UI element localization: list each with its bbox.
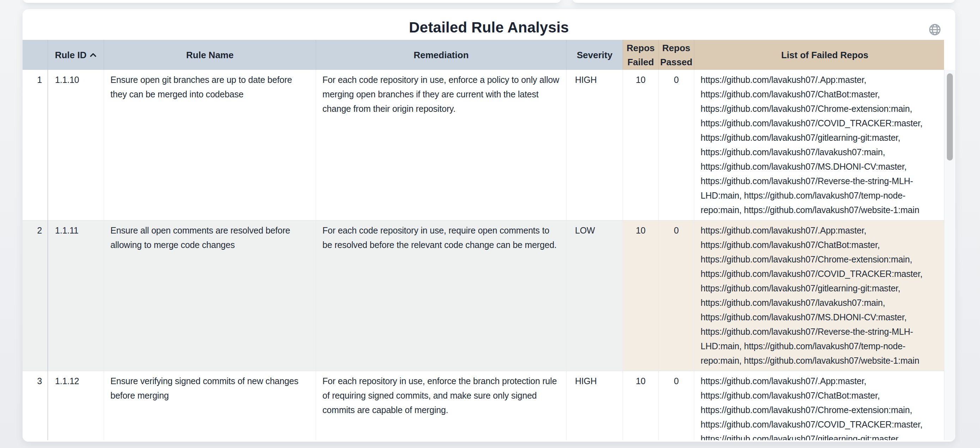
table-header-row: Rule ID Rule Name Remediation Severity R… — [22, 40, 955, 70]
header-remediation[interactable]: Remediation — [316, 40, 566, 70]
failed-repos-cell: https://github.com/lavakush07/.App:maste… — [694, 70, 955, 220]
table-scrollbar-thumb[interactable] — [947, 73, 953, 160]
repos-passed-cell: 0 — [658, 220, 694, 371]
globe-icon[interactable] — [928, 22, 942, 37]
detailed-rule-analysis-card: Detailed Rule Analysis Rule ID Rule Name — [22, 9, 955, 442]
partial-card-above-right — [572, 0, 955, 3]
rule-id-cell: 1.1.11 — [48, 220, 104, 371]
repos-failed-cell: 10 — [623, 371, 658, 440]
partial-card-above-left — [22, 0, 561, 3]
repos-failed-cell: 10 — [623, 220, 658, 371]
rule-name-cell: Ensure open git branches are up to date … — [104, 70, 316, 220]
table-row-3: 3 1.1.12 Ensure verifying signed commits… — [22, 371, 955, 440]
header-rule-name[interactable]: Rule Name — [104, 40, 316, 70]
remediation-cell: For each repository in use, enforce the … — [316, 371, 566, 440]
repos-passed-cell: 0 — [658, 371, 694, 440]
severity-cell: HIGH — [566, 70, 623, 220]
header-severity[interactable]: Severity — [566, 40, 623, 70]
row-index: 1 — [22, 70, 48, 220]
rule-analysis-table: Rule ID Rule Name Remediation Severity R… — [22, 40, 955, 440]
severity-cell: HIGH — [566, 371, 623, 440]
remediation-cell: For each code repository in use, require… — [316, 220, 566, 371]
chevron-up-icon — [90, 52, 97, 57]
rule-id-cell: 1.1.12 — [48, 371, 104, 440]
header-rule-id[interactable]: Rule ID — [48, 40, 104, 70]
header-repos-failed[interactable]: Repos Failed — [623, 40, 658, 70]
repos-passed-cell: 0 — [658, 70, 694, 220]
rule-id-cell: 1.1.10 — [48, 70, 104, 220]
remediation-cell: For each code repository in use, enforce… — [316, 70, 566, 220]
header-index — [22, 40, 48, 70]
repos-failed-cell: 10 — [623, 70, 658, 220]
row-index: 3 — [22, 371, 48, 440]
severity-cell: LOW — [566, 220, 623, 371]
table-scrollbar-track[interactable] — [944, 70, 955, 440]
header-failed-repos[interactable]: List of Failed Repos — [694, 40, 955, 70]
failed-repos-cell: https://github.com/lavakush07/.App:maste… — [694, 371, 955, 440]
header-repos-passed[interactable]: Repos Passed — [658, 40, 694, 70]
row-index: 2 — [22, 220, 48, 371]
table-row-2: 2 1.1.11 Ensure all open comments are re… — [22, 220, 955, 371]
failed-repos-cell: https://github.com/lavakush07/.App:maste… — [694, 220, 955, 371]
table-body: 1 1.1.10 Ensure open git branches are up… — [22, 70, 955, 440]
scrollbar-header-filler — [944, 40, 955, 70]
rule-name-cell: Ensure all open comments are resolved be… — [104, 220, 316, 371]
page-title: Detailed Rule Analysis — [22, 19, 955, 36]
table-row-1: 1 1.1.10 Ensure open git branches are up… — [22, 70, 955, 220]
rule-name-cell: Ensure verifying signed commits of new c… — [104, 371, 316, 440]
